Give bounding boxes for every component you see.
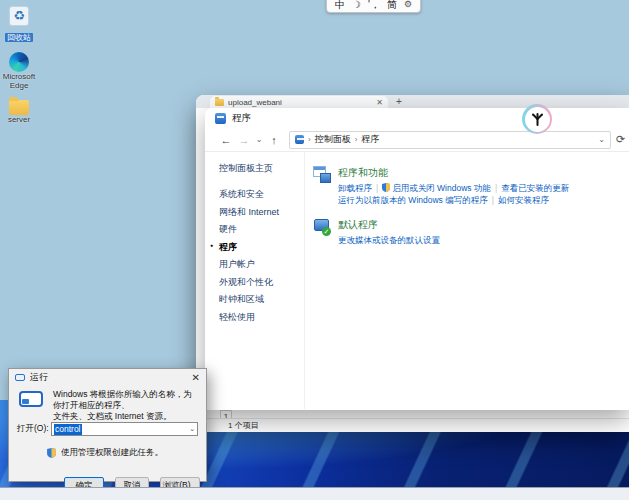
breadcrumb-programs[interactable]: 程序: [361, 133, 379, 146]
taskbar[interactable]: [0, 487, 629, 500]
recycle-bin-label: 回收站: [5, 33, 33, 42]
folder-icon: [215, 99, 224, 106]
link-run-older-programs[interactable]: 运行为以前版本的 Windows 编写的程序: [338, 195, 488, 205]
back-button[interactable]: ←: [217, 134, 235, 146]
ime-toolbar[interactable]: 中 ☽ '， 简 ⚙: [326, 0, 421, 13]
navigation-toolbar: ← → ⌄ ↑ › 控制面板 › 程序 ⌄ ⟳: [205, 128, 629, 152]
default-programs-icon: ✓: [313, 218, 331, 236]
tab-title: upload_webani: [228, 98, 372, 107]
ime-punctuation-toggle[interactable]: '，: [368, 0, 380, 10]
explorer-status-bar: 1 个项目: [196, 418, 629, 432]
selected-input-text: control: [54, 424, 82, 435]
breadcrumb-separator: ›: [355, 135, 358, 144]
agent-badge: [522, 104, 552, 134]
ime-gear-icon[interactable]: ⚙: [404, 0, 412, 10]
run-description: Windows 将根据你所输入的名称，为你打开相应的程序、 文件夹、文档或 In…: [53, 389, 198, 413]
programs-features-icon: [313, 166, 331, 184]
desktop-icon-recycle-bin[interactable]: ♻ 回收站: [0, 6, 38, 44]
programs-features-title[interactable]: 程序和功能: [338, 166, 569, 180]
address-dropdown-icon[interactable]: ⌄: [598, 135, 605, 144]
admin-note-row: 使用管理权限创建此任务。: [47, 444, 198, 462]
desktop-icon-edge[interactable]: Microsoft Edge: [0, 52, 38, 90]
link-view-updates[interactable]: 查看已安装的更新: [501, 183, 569, 193]
run-dialog: 运行 ✕ Windows 将根据你所输入的名称，为你打开相应的程序、 文件夹、文…: [8, 368, 207, 482]
link-change-media-defaults[interactable]: 更改媒体或设备的默认设置: [338, 235, 440, 245]
sidebar-item-hardware[interactable]: 硬件: [219, 223, 304, 236]
uac-shield-icon: [47, 444, 56, 462]
control-panel-sidebar: 控制面板主页 系统和安全 网络和 Internet 硬件 程序 用户帐户 外观和…: [205, 152, 305, 409]
uac-shield-icon: [382, 183, 390, 195]
admin-note-text: 使用管理权限创建此任务。: [61, 447, 163, 459]
sidebar-item-appearance[interactable]: 外观和个性化: [219, 276, 304, 289]
edge-icon: [9, 52, 29, 72]
link-uninstall-program[interactable]: 卸载程序: [338, 183, 372, 193]
tab-close-icon[interactable]: ✕: [376, 98, 383, 107]
up-button[interactable]: ↑: [265, 134, 283, 146]
control-panel-icon: [215, 113, 226, 124]
desktop-icon-server[interactable]: server: [0, 100, 38, 124]
sidebar-item-clock-region[interactable]: 时钟和区域: [219, 293, 304, 306]
group-programs-and-features: 程序和功能 卸载程序|启用或关闭 Windows 功能|查看已安装的更新 运行为…: [313, 166, 629, 205]
breadcrumb-separator: ›: [308, 135, 311, 144]
combo-dropdown-icon[interactable]: ⌄: [189, 425, 195, 433]
recent-locations-button[interactable]: ⌄: [253, 135, 265, 144]
breadcrumb-control-panel[interactable]: 控制面板: [315, 133, 351, 146]
close-icon[interactable]: ✕: [192, 372, 200, 383]
link-windows-features[interactable]: 启用或关闭 Windows 功能: [392, 183, 491, 193]
run-dialog-icon: [19, 391, 43, 407]
ime-halfwidth-moon-icon[interactable]: ☽: [352, 0, 361, 10]
ime-simplified-toggle[interactable]: 简: [387, 0, 397, 10]
default-programs-title[interactable]: 默认程序: [338, 218, 440, 232]
run-icon: [15, 374, 25, 381]
refresh-icon[interactable]: ⟳: [616, 133, 625, 146]
run-command-input[interactable]: control ⌄: [51, 422, 198, 436]
explorer-tab-upload-webani[interactable]: upload_webani ✕: [210, 96, 388, 108]
new-tab-button[interactable]: +: [396, 96, 402, 108]
folder-icon: [9, 100, 29, 115]
sidebar-item-ease-of-access[interactable]: 轻松使用: [219, 311, 304, 324]
trident-logo-icon: [525, 107, 550, 132]
open-label: 打开(O):: [17, 423, 51, 435]
run-dialog-title: 运行: [30, 371, 187, 384]
sidebar-item-user-accounts[interactable]: 用户帐户: [219, 258, 304, 271]
sidebar-item-home[interactable]: 控制面板主页: [219, 162, 304, 175]
sidebar-item-network-internet[interactable]: 网络和 Internet: [219, 206, 304, 219]
programs-features-links-row1: 卸载程序|启用或关闭 Windows 功能|查看已安装的更新: [338, 183, 569, 195]
programs-features-links-row2: 运行为以前版本的 Windows 编写的程序|如何安装程序: [338, 195, 569, 206]
control-panel-title-bar[interactable]: 程序: [205, 108, 629, 128]
edge-label-line2: Edge: [0, 81, 38, 90]
group-default-programs: ✓ 默认程序 更改媒体或设备的默认设置: [313, 218, 629, 246]
explorer-tab-bar: upload_webani ✕ +: [196, 95, 629, 108]
link-how-to-install[interactable]: 如何安装程序: [498, 195, 549, 205]
control-panel-icon: [295, 135, 304, 144]
window-title: 程序: [232, 112, 251, 125]
control-panel-window: 程序 ← → ⌄ ↑ › 控制面板 › 程序 ⌄ ⟳ 控制面板主页 系统和安全 …: [205, 108, 629, 410]
sidebar-item-system-security[interactable]: 系统和安全: [219, 188, 304, 201]
run-title-bar[interactable]: 运行 ✕: [9, 369, 206, 385]
forward-button[interactable]: →: [235, 134, 253, 146]
control-panel-main: 程序和功能 卸载程序|启用或关闭 Windows 功能|查看已安装的更新 运行为…: [305, 152, 629, 409]
address-bar[interactable]: › 控制面板 › 程序 ⌄: [289, 131, 611, 149]
sidebar-item-programs[interactable]: 程序: [219, 241, 304, 254]
edge-label-line1: Microsoft: [0, 72, 38, 81]
server-label: server: [0, 115, 38, 124]
recycle-bin-icon: ♻: [9, 6, 29, 26]
ime-mode-chinese[interactable]: 中: [335, 0, 345, 10]
